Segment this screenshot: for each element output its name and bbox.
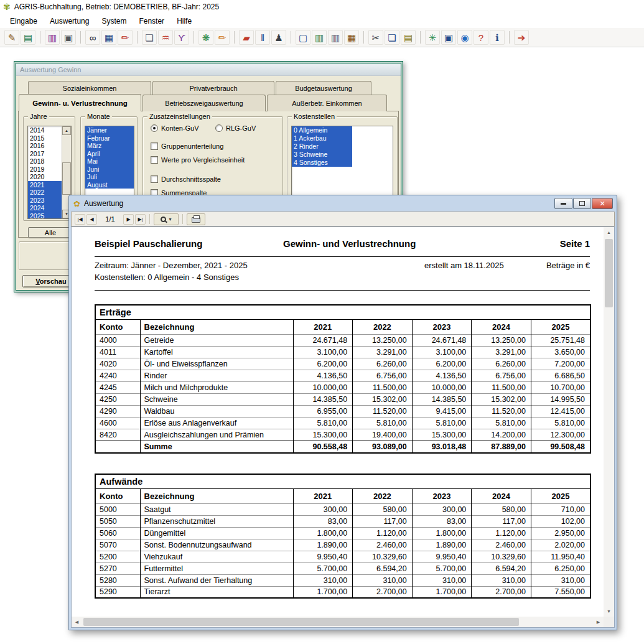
checkbox-werte-pro-vergleichseinheit[interactable]: Werte pro Vergleichseinheit: [151, 153, 280, 167]
magnifier-icon: [161, 217, 166, 222]
menu-auswertung[interactable]: Auswertung: [44, 15, 95, 27]
scroll-down-icon[interactable]: ▼: [604, 606, 614, 617]
key-button[interactable]: ✳: [425, 30, 440, 45]
list-item-2020[interactable]: 2020: [28, 173, 62, 181]
checkbox-durchschnittsspalte[interactable]: Durchschnittsspalte: [151, 172, 280, 186]
print-journal-button[interactable]: ▥: [45, 30, 60, 45]
list-item-februar[interactable]: Februar: [85, 134, 134, 142]
scroll-up-icon[interactable]: ▲: [604, 227, 614, 238]
web-help-button[interactable]: ?: [474, 30, 488, 45]
list-item-2024[interactable]: 2024: [28, 204, 62, 212]
checkbox-icon[interactable]: [151, 175, 158, 183]
checkbox-gruppenunterteilung[interactable]: Gruppenunterteilung: [151, 139, 280, 153]
print-button[interactable]: [187, 213, 205, 225]
tab-gewinn-u-verlustrechnung[interactable]: Gewinn- u. Verlustrechnung: [19, 94, 141, 111]
journal-button[interactable]: ▤: [21, 30, 35, 45]
list-item-4-sonstiges[interactable]: 4 Sonstiges: [292, 159, 393, 167]
horizontal-scrollbar[interactable]: ◀ ▶: [72, 617, 604, 627]
menu-hilfe[interactable]: Hilfe: [170, 15, 198, 27]
list-item-2018[interactable]: 2018: [28, 157, 62, 166]
person-button[interactable]: ♟: [271, 30, 286, 45]
tab-außerbetr-einkommen[interactable]: Außerbetr. Einkommen: [267, 95, 387, 111]
menu-eingabe[interactable]: Eingabe: [4, 15, 44, 27]
scroll-right-icon[interactable]: ▶: [593, 617, 604, 627]
list-item-jänner[interactable]: Jänner: [85, 126, 134, 134]
list-item-juli[interactable]: Juli: [85, 173, 134, 181]
radio-konten-guv[interactable]: Konten-GuV: [151, 124, 199, 132]
dialog-titlebar[interactable]: Auswertung Gewinn: [16, 63, 401, 76]
print-button[interactable]: ▣: [61, 30, 76, 45]
cut-button[interactable]: ✂: [368, 30, 383, 45]
radio-icon[interactable]: [215, 124, 223, 132]
checkbox-icon[interactable]: [151, 142, 158, 150]
close-button[interactable]: ✕: [592, 198, 613, 209]
tab-sozialeinkommen[interactable]: Sozialeinkommen: [28, 81, 151, 95]
maximize-button[interactable]: [573, 198, 591, 209]
list-item-2023[interactable]: 2023: [28, 197, 62, 205]
column-view-button[interactable]: ▥: [312, 30, 327, 45]
year-closing-button[interactable]: ❋: [198, 30, 213, 45]
last-page-button[interactable]: ▶|: [135, 214, 146, 225]
scroll-up-icon[interactable]: ▲: [62, 126, 71, 135]
list-item-2019[interactable]: 2019: [28, 166, 62, 174]
scrollbar-thumb[interactable]: [605, 239, 613, 307]
radio-rlg-guv[interactable]: RLG-GuV: [215, 124, 256, 132]
list-item-2-rinder[interactable]: 2 Rinder: [292, 142, 393, 151]
list-item-2022[interactable]: 2022: [28, 189, 62, 197]
list-item-1-ackerbau[interactable]: 1 Ackerbau: [292, 134, 393, 142]
list-item-mai[interactable]: Mai: [85, 157, 134, 166]
vertical-scrollbar[interactable]: ▲ ▼: [604, 227, 614, 617]
menu-system[interactable]: System: [95, 15, 133, 27]
prev-page-button[interactable]: ◀: [86, 214, 97, 225]
tab-betriebszweigauswertung[interactable]: Betriebszweigauswertung: [142, 95, 266, 111]
booking-entry-button[interactable]: ✎: [4, 30, 19, 45]
list-item-2025[interactable]: 2025: [28, 212, 62, 219]
checkbox-icon[interactable]: [151, 156, 158, 164]
list-item-2014[interactable]: 2014: [28, 126, 62, 134]
paste-button[interactable]: ▤: [401, 30, 416, 45]
jahre-listbox[interactable]: 2014201520162017201820192020202120222023…: [28, 126, 62, 218]
next-page-button[interactable]: ▶: [123, 214, 134, 225]
globe-button[interactable]: ◉: [457, 30, 472, 45]
filter-button[interactable]: ϒ: [174, 30, 189, 45]
account-search-button[interactable]: ∞: [85, 30, 100, 45]
first-page-button[interactable]: |◀: [75, 214, 85, 225]
account-sheet-button[interactable]: ▦: [101, 30, 116, 45]
list-item-2021[interactable]: 2021: [28, 181, 62, 189]
exit-button[interactable]: ➔: [514, 30, 529, 45]
pause-columns-button[interactable]: ‖: [255, 30, 270, 45]
copy-button[interactable]: ❏: [385, 30, 399, 45]
print-preview-button[interactable]: ▣: [441, 30, 456, 45]
minimize-button[interactable]: [554, 198, 572, 209]
scroll-left-icon[interactable]: ◀: [72, 617, 82, 627]
info-button[interactable]: ℹ: [490, 30, 505, 45]
grid-view-button[interactable]: ▦: [344, 30, 359, 45]
tab-privatverbrauch[interactable]: Privatverbrauch: [152, 81, 274, 95]
list-item-3-schweine[interactable]: 3 Schweine: [292, 151, 393, 159]
column-view-alt-button[interactable]: ▥: [328, 30, 343, 45]
transfer-button[interactable]: ▰: [239, 30, 254, 45]
list-item-2015[interactable]: 2015: [28, 134, 62, 142]
edit-booking-button[interactable]: ✏: [118, 30, 133, 45]
list-item-august[interactable]: August: [85, 181, 134, 189]
list-item-2016[interactable]: 2016: [28, 142, 62, 150]
report-titlebar[interactable]: ✿ Auswertung ✕: [71, 195, 615, 212]
alle-button[interactable]: Alle: [28, 227, 73, 238]
tab-budgetauswertung[interactable]: Budgetauswertung: [276, 81, 371, 95]
scrollbar-thumb[interactable]: [62, 162, 71, 195]
value-cell: 5.700,00: [412, 562, 472, 574]
monitor-button[interactable]: ▢: [296, 30, 310, 45]
radio-icon[interactable]: [151, 124, 158, 132]
scrollbar-thumb[interactable]: [83, 618, 519, 626]
list-item-märz[interactable]: März: [85, 142, 134, 150]
copy-pages-button[interactable]: ❏: [142, 30, 157, 45]
list-item-2017[interactable]: 2017: [28, 150, 62, 158]
list-item-juni[interactable]: Juni: [85, 166, 134, 174]
zoom-button[interactable]: ▾: [154, 213, 179, 225]
list-item-0-allgemein[interactable]: 0 Allgemein: [292, 126, 393, 134]
analysis-curve-button[interactable]: ♒: [158, 30, 173, 45]
list-item-april[interactable]: April: [85, 150, 134, 158]
value-cell: 2.950,00: [531, 527, 590, 539]
correction-button[interactable]: ✏: [215, 30, 230, 45]
menu-fenster[interactable]: Fenster: [133, 15, 170, 27]
